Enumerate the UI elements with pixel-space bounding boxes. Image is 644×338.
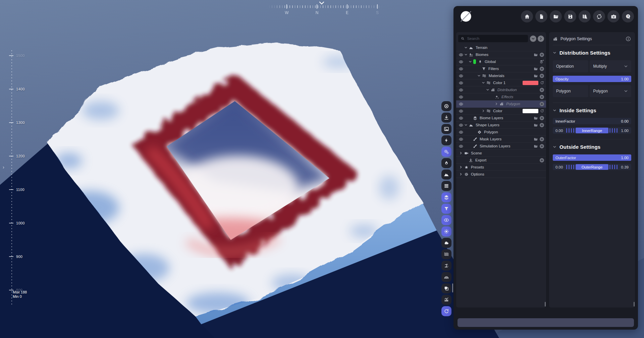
tree-chevron[interactable] (482, 109, 486, 113)
tree-chevron[interactable] (464, 53, 469, 56)
toolbar-scrollbar[interactable] (452, 283, 453, 292)
eye-toggle[interactable] (458, 130, 464, 134)
settings-scrollbar[interactable] (634, 302, 635, 307)
tree-row-terrain[interactable]: Terrain (456, 44, 546, 51)
group-folder-button[interactable] (534, 123, 538, 127)
tree-row-biomes[interactable]: Biomes (456, 51, 546, 58)
color-chip[interactable] (473, 59, 476, 64)
home-button[interactable] (521, 10, 533, 22)
tree-scrollbar[interactable] (545, 302, 546, 307)
innerrange-range-slider[interactable]: 0.00InnerRange1.00 (553, 127, 631, 134)
tree-row-scene[interactable]: Scene (456, 150, 546, 157)
add-button[interactable] (540, 74, 544, 78)
add-layer-button[interactable] (539, 59, 544, 64)
group-folder-button[interactable] (534, 53, 538, 57)
tree-row-export[interactable]: Export (456, 157, 546, 164)
tree-row-simulation-layers[interactable]: Simulation Layers (456, 143, 546, 150)
camera-button[interactable] (607, 10, 620, 22)
new-file-button[interactable] (535, 10, 547, 22)
polygon-dropdown[interactable]: Polygon (590, 85, 631, 97)
section-header-1[interactable]: Inside Settings (553, 108, 631, 113)
tree-chevron[interactable] (495, 102, 499, 106)
eye-toggle[interactable] (458, 102, 464, 106)
add-button[interactable] (540, 95, 544, 99)
save-search-button[interactable] (579, 10, 591, 22)
tree-row-materials[interactable]: Materials (456, 72, 546, 79)
outerrange-range-slider[interactable]: 0.00OuterRange0.39 (553, 164, 631, 170)
tree-chevron[interactable] (469, 60, 473, 63)
eye-toggle[interactable] (458, 74, 464, 78)
eye-toggle[interactable] (458, 53, 464, 57)
lightning-tool-button[interactable] (441, 135, 451, 145)
group-folder-button[interactable] (534, 67, 538, 71)
opacity-slider[interactable]: Opacity1.00 (553, 76, 631, 82)
add-button[interactable] (540, 88, 544, 92)
group-folder-button[interactable] (534, 144, 538, 148)
info-icon[interactable] (625, 36, 631, 42)
add-button[interactable] (540, 67, 544, 71)
refresh-tool-button[interactable] (441, 306, 451, 316)
color-swatch[interactable] (523, 81, 538, 85)
search-input[interactable] (467, 36, 525, 41)
tree-chevron[interactable] (482, 81, 486, 84)
cloud-tool-button[interactable] (441, 238, 451, 248)
tree-row-color-1[interactable]: Color 1 (456, 79, 546, 86)
eye-toggle[interactable] (458, 60, 464, 64)
open-folder-button[interactable] (550, 10, 562, 22)
add-button[interactable] (540, 137, 544, 141)
island-tool-button[interactable] (441, 261, 451, 271)
waves-tool-button[interactable] (441, 249, 451, 259)
tree-chevron[interactable] (464, 123, 469, 127)
section-header-2[interactable]: Outside Settings (553, 144, 631, 150)
refresh-button[interactable] (540, 81, 544, 85)
sun-tool-button[interactable] (441, 226, 451, 236)
flame-tool-button[interactable] (441, 158, 451, 168)
next-button[interactable] (538, 36, 544, 42)
help-button[interactable] (622, 10, 634, 22)
tree-row-biome-layers[interactable]: Biome Layers (456, 115, 546, 122)
record-tool-button[interactable] (441, 101, 451, 111)
add-button[interactable] (540, 116, 544, 120)
add-button[interactable] (540, 53, 544, 57)
add-button[interactable] (540, 123, 544, 127)
tree-row-effects[interactable]: Effects (456, 93, 546, 100)
section-header-0[interactable]: Distribution Settings (553, 50, 631, 56)
tree-row-polygon-distribution[interactable]: Polygon (456, 100, 546, 108)
innerfactor-slider[interactable]: InnerFactor0.00 (553, 118, 631, 124)
eye-toggle[interactable] (458, 116, 464, 120)
operation-dropdown[interactable]: Multiply (590, 60, 631, 72)
tree-row-shape-layers[interactable]: Shape Layers (456, 122, 546, 129)
group-folder-button[interactable] (534, 74, 538, 78)
tree-row-color[interactable]: Color (456, 108, 546, 115)
tree-row-distribution[interactable]: Distribution (456, 86, 546, 93)
copy-tool-button[interactable] (441, 283, 451, 293)
tree-row-presets[interactable]: Presets (456, 164, 546, 171)
grid-tool-button[interactable] (441, 181, 451, 191)
mountain-tool-button[interactable] (441, 170, 451, 180)
image-tool-button[interactable] (441, 124, 451, 134)
chart-tool-button[interactable] (441, 295, 451, 305)
outerfactor-slider[interactable]: OuterFactor1.00 (553, 154, 631, 161)
color-swatch[interactable] (523, 109, 538, 113)
eye-toggle[interactable] (458, 109, 464, 113)
group-folder-button[interactable] (534, 116, 538, 120)
filter-tool-button[interactable] (441, 204, 451, 214)
rainbow-tool-button[interactable] (441, 272, 451, 282)
range-pill[interactable]: InnerRange (576, 128, 608, 133)
tree-row-options[interactable]: Options (456, 171, 546, 178)
gears-tool-button[interactable] (441, 147, 451, 157)
tree-row-filters[interactable]: Filters (456, 65, 546, 72)
eye-toggle[interactable] (458, 88, 464, 92)
eye-toggle[interactable] (458, 95, 464, 99)
eye-tool-button[interactable] (441, 215, 451, 225)
range-pill[interactable]: OuterRange (576, 164, 608, 170)
eye-toggle[interactable] (458, 137, 464, 141)
tree-row-polygon-shape[interactable]: Polygon (456, 129, 546, 136)
layers-stack-tool-button[interactable] (441, 192, 451, 202)
add-button[interactable] (540, 144, 544, 148)
panel-expand-chevron[interactable]: › (3, 164, 4, 170)
add-button[interactable] (540, 158, 544, 162)
tree-chevron[interactable] (477, 74, 482, 77)
eye-toggle[interactable] (458, 81, 464, 85)
tree-chevron[interactable] (486, 88, 491, 91)
